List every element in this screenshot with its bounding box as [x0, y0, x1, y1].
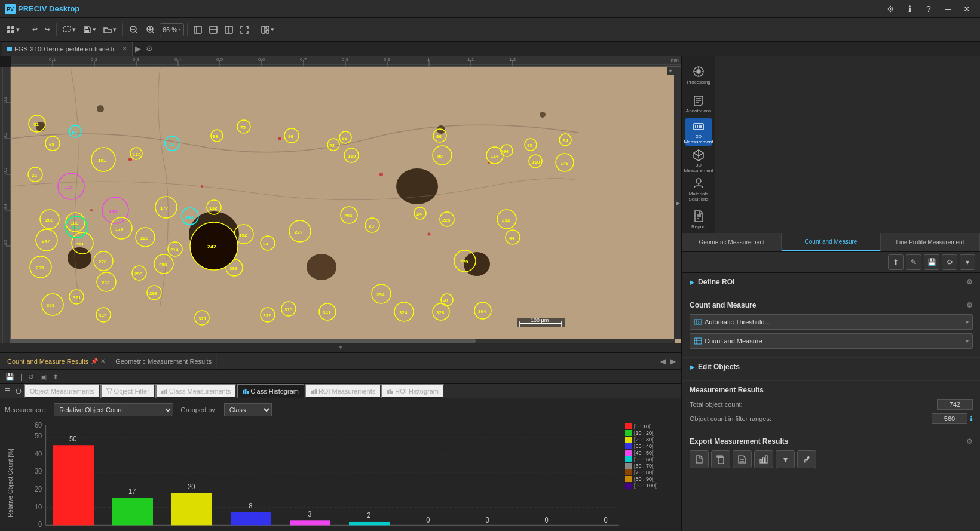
settings-panel-button[interactable]: ⚙	[942, 254, 957, 270]
fullscreen-button[interactable]	[237, 22, 252, 38]
tab-scroll-left[interactable]: ◀	[659, 357, 667, 366]
export-up-button[interactable]: ⬆	[888, 254, 904, 270]
geometric-results-tab[interactable]: Geometric Measurement Results	[111, 353, 217, 369]
object-filter-tab[interactable]: Object Filter	[100, 384, 155, 398]
grouped-by-select[interactable]: Class	[224, 403, 272, 416]
next-image-button[interactable]: ▶	[133, 44, 143, 53]
close-bottom-panel[interactable]: ✕	[100, 358, 105, 364]
geometric-tab[interactable]: Geometric Measurement	[682, 233, 782, 251]
redo-button[interactable]: ↪	[42, 22, 53, 38]
svg-text:304: 304	[478, 309, 486, 314]
svg-rect-1	[11, 26, 14, 29]
export-doc-button[interactable]	[733, 450, 752, 468]
zoom-out-button[interactable]	[126, 22, 142, 38]
image-tab-active[interactable]: FGS X100 ferrite perlite en trace.tif ✕	[2, 42, 133, 56]
toolbar-sep-4	[187, 23, 188, 36]
minimize-button[interactable]: ─	[939, 2, 956, 16]
sidebar-processing-button[interactable]: Processing	[685, 61, 712, 88]
mode-dropdown-button[interactable]: ▾	[4, 22, 23, 38]
svg-rect-206	[5, 390, 10, 391]
bar-4[interactable]	[290, 520, 330, 525]
svg-text:30: 30	[35, 467, 42, 475]
save-panel-button[interactable]: 💾	[924, 254, 939, 270]
chart-option-button[interactable]: |	[19, 372, 24, 382]
svg-text:192: 192	[239, 232, 247, 238]
zoom-in-button[interactable]	[143, 22, 158, 38]
sidebar-materials-button[interactable]: Materials Solutions	[685, 176, 712, 203]
save-chart-button[interactable]: 💾	[4, 372, 16, 382]
class-measurements-tab[interactable]: Class Measurements	[155, 384, 236, 398]
tab-scroll-right[interactable]: ▶	[669, 357, 678, 366]
export-data-button[interactable]: ⬆	[51, 372, 60, 382]
legend-label-1: [10 : 20[	[634, 430, 654, 436]
operation-selector[interactable]: Count and Measure ▾	[690, 333, 973, 349]
method-selector[interactable]: Automatic Threshold... ▾	[690, 314, 973, 330]
svg-text:88: 88	[213, 134, 218, 139]
edit-objects-header[interactable]: ▶ Edit Objects	[690, 363, 973, 371]
fit-all-button[interactable]	[206, 22, 220, 38]
undo-button[interactable]: ↩	[29, 22, 41, 38]
fit-height-button[interactable]	[222, 22, 236, 38]
export-file-button[interactable]	[690, 450, 709, 468]
bar-2[interactable]	[172, 493, 212, 526]
roi-histogram-tab[interactable]: ROI Histogram	[381, 384, 444, 398]
select-dropdown-button[interactable]: ▾	[60, 22, 79, 38]
sidebar-3d-measurement-button[interactable]: 3D Measurement	[685, 147, 712, 174]
export-settings-icon[interactable]: ⚙	[966, 437, 973, 446]
filter-info-icon[interactable]: ℹ	[970, 415, 973, 423]
tab-prev-icon[interactable]	[4, 388, 13, 395]
object-icon[interactable]	[14, 388, 23, 394]
chart-legend: [0 : 10[ [10 : 20[ [20 : 30[	[623, 421, 676, 531]
svg-text:0: 0	[38, 520, 42, 529]
bar-5[interactable]	[349, 522, 390, 525]
bar-1[interactable]	[112, 498, 153, 526]
export-link-button[interactable]	[797, 450, 816, 468]
scroll-right-button[interactable]: ▶	[674, 67, 681, 339]
fit-window-button[interactable]	[191, 22, 205, 38]
roi-measurements-tab[interactable]: ROI Measurements	[305, 384, 381, 398]
count-measure-settings-icon[interactable]: ⚙	[966, 301, 973, 309]
bar-3[interactable]	[231, 512, 271, 525]
prev-image-button[interactable]: ⚙	[143, 44, 155, 53]
open-dropdown[interactable]: ▾	[100, 22, 120, 38]
measurement-select[interactable]: Relative Object Count	[54, 403, 173, 416]
class-histogram-tab[interactable]: Class Histogram	[237, 384, 304, 398]
object-measurements-tab[interactable]: Object Measurements	[24, 384, 100, 398]
microscope-image-area[interactable]: 51 69 83 101 115 22 125 73 88 75 86 96	[11, 67, 681, 352]
bar-0[interactable]	[53, 445, 94, 525]
help-button[interactable]: ?	[920, 2, 937, 16]
zoom-display[interactable]: 66 % ▾	[160, 23, 184, 36]
svg-point-208	[16, 389, 21, 394]
svg-rect-205	[5, 388, 10, 389]
define-roi-header[interactable]: ▶ Define ROI ⚙	[690, 278, 973, 286]
horizontal-scrollbar[interactable]	[11, 339, 675, 343]
legend-item-2: [20 : 30[	[625, 437, 674, 443]
filter-button[interactable]: ▣	[38, 372, 48, 382]
close-tab-button[interactable]: ✕	[122, 45, 127, 53]
sidebar-2d-measurement-button[interactable]: 2D Measurement	[685, 118, 712, 146]
layout-dropdown[interactable]: ▾	[258, 22, 277, 38]
export-more-button[interactable]: ▾	[776, 450, 795, 468]
export-copy-button[interactable]	[711, 450, 730, 468]
sidebar-annotations-button[interactable]: Annotations	[685, 90, 712, 117]
svg-text:22: 22	[32, 173, 37, 178]
count-measure-tab[interactable]: Count and Measure	[782, 233, 881, 251]
chart-area: Measurement: Relative Object Count Group…	[0, 398, 681, 531]
export-chart-button[interactable]	[754, 450, 773, 468]
info-button[interactable]: ℹ	[901, 2, 918, 16]
settings-button[interactable]: ⚙	[882, 2, 899, 16]
draw-button[interactable]: ✎	[906, 254, 921, 270]
sidebar-report-button[interactable]: Report	[685, 205, 712, 233]
count-measure-results-tab[interactable]: Count and Measure Results 📌 ✕	[4, 353, 109, 369]
app-logo: PV PRECIV Desktop	[5, 4, 79, 14]
more-panel-button[interactable]: ▾	[960, 254, 975, 270]
save-file-dropdown[interactable]: ▾	[80, 22, 99, 38]
scroll-left-button[interactable]: ▼	[667, 67, 674, 75]
pin-button[interactable]: 📌	[91, 358, 98, 364]
close-button[interactable]: ✕	[958, 2, 975, 16]
refresh-button[interactable]: ↺	[26, 372, 36, 382]
roi-settings-icon[interactable]: ⚙	[966, 278, 973, 286]
collapse-image-arrow[interactable]: ▼	[0, 343, 681, 352]
image-viewer[interactable]: mm 0,1 0,2 0,3 0,4 0,5 0,6	[0, 56, 681, 352]
line-profile-tab[interactable]: Line Profile Measurement	[881, 233, 980, 251]
